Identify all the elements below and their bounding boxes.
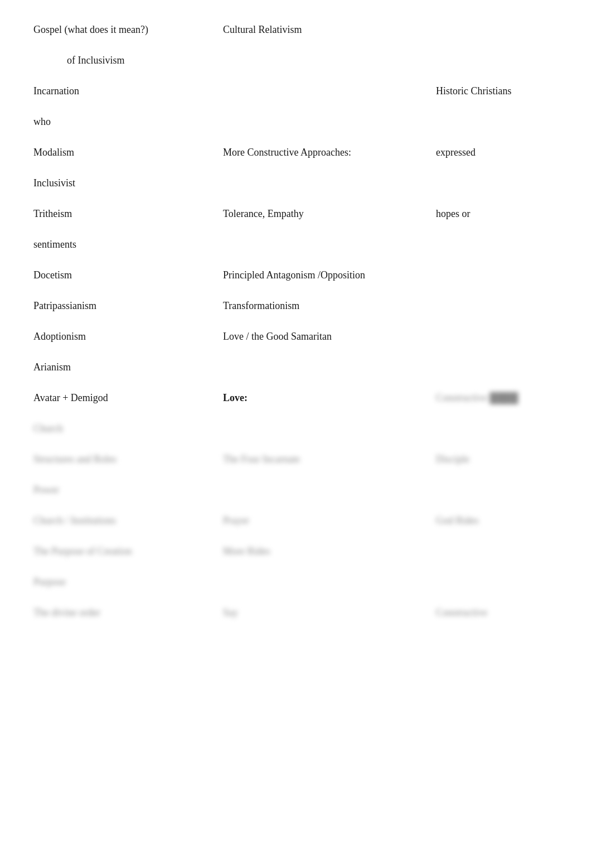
col-blurred-15-mid: The Four Incarnate (223, 452, 436, 467)
col-blurred-18-mid: More Rides (223, 544, 436, 559)
col-hopes-right: hopes or (436, 206, 559, 221)
col-docetism-left: Docetism (33, 268, 223, 283)
row-blurred-16: Power (33, 483, 559, 498)
text-hopes-or: hopes or (436, 208, 470, 219)
text-gospel: Gospel (what does it mean?) (33, 24, 148, 35)
row-who: who (33, 114, 559, 129)
text-adoptionism: Adoptionism (33, 331, 86, 342)
row-modalism: Modalism More Constructive Approaches: e… (33, 145, 559, 160)
text-tolerance-empathy: Tolerance, Empathy (223, 208, 304, 219)
col-who-left: who (33, 114, 223, 129)
col-patripassianism-left: Patripassianism (33, 298, 223, 314)
text-blurred-structures: Structures and Roles (33, 454, 117, 465)
col-blurred-15-right: Disciple (436, 452, 559, 467)
col-historic-christians: Historic Christians (436, 84, 559, 99)
text-blurred-purpose: Purpose (33, 576, 66, 587)
row-patripassianism: Patripassianism Transformationism (33, 298, 559, 314)
text-transformationism: Transformationism (223, 300, 299, 311)
content-area: Gospel (what does it mean?) Cultural Rel… (33, 22, 559, 620)
text-incarnation: Incarnation (33, 85, 79, 97)
col-gospel-left: Gospel (what does it mean?) (33, 22, 223, 37)
text-cultural-relativism: Cultural Relativism (223, 24, 302, 35)
row-adoptionism: Adoptionism Love / the Good Samaritan (33, 329, 559, 344)
col-tolerance-mid: Tolerance, Empathy (223, 206, 436, 221)
col-arianism-left: Arianism (33, 360, 223, 375)
text-love: Love: (223, 392, 248, 403)
col-blurred-20-left: The divine order (33, 605, 223, 620)
text-patripassianism: Patripassianism (33, 300, 96, 311)
text-blurred-four-incarnate: The Four Incarnate (223, 454, 300, 465)
col-blurred-17-left: Church / Institutions (33, 513, 223, 528)
text-who: who (33, 116, 51, 127)
col-avatar-left: Avatar + Demigod (33, 390, 223, 406)
col-adoptionism-left: Adoptionism (33, 329, 223, 344)
row-gospel: Gospel (what does it mean?) Cultural Rel… (33, 22, 559, 37)
col-expressed-right: expressed (436, 145, 559, 160)
text-avatar-demigod: Avatar + Demigod (33, 392, 108, 403)
text-more-constructive: More Constructive Approaches: (223, 147, 351, 158)
row-incarnation: Incarnation Historic Christians (33, 84, 559, 99)
row-inclusivism: of Inclusivism (33, 53, 559, 68)
col-tritheism-left: Tritheism (33, 206, 223, 221)
text-of-inclusivism: of Inclusivism (67, 55, 125, 66)
col-incarnation-left: Incarnation (33, 84, 223, 99)
row-blurred-17: Church / Institutions Prayer God Rides (33, 513, 559, 528)
col-good-samaritan-mid: Love / the Good Samaritan (223, 329, 436, 344)
col-blurred-17-mid: Prayer (223, 513, 436, 528)
col-sentiments-left: sentiments (33, 237, 223, 252)
text-expressed: expressed (436, 147, 475, 158)
row-docetism: Docetism Principled Antagonism /Oppositi… (33, 268, 559, 283)
text-blurred-god-rides: God Rides (436, 515, 479, 526)
col-inclusivism-left: of Inclusivism (33, 53, 223, 68)
col-inclusivist-left: Inclusivist (33, 176, 223, 191)
text-blurred-church: Church (33, 423, 63, 434)
col-modalism-left: Modalism (33, 145, 223, 160)
row-blurred-15: Structures and Roles The Four Incarnate … (33, 452, 559, 467)
text-inclusivist: Inclusivist (33, 177, 75, 189)
col-cultural-mid: Cultural Relativism (223, 22, 436, 37)
col-blurred-17-right: God Rides (436, 513, 559, 528)
row-blurred-20: The divine order Say Constructive (33, 605, 559, 620)
col-love-mid: Love: (223, 390, 436, 406)
col-blurred-15-left: Structures and Roles (33, 452, 223, 467)
text-docetism: Docetism (33, 269, 72, 281)
text-blurred-disciple: Disciple (436, 454, 469, 465)
row-blurred-18: The Purpose of Creation More Rides (33, 544, 559, 559)
row-inclusivist: Inclusivist (33, 176, 559, 191)
col-blurred-14-left: Church (33, 421, 223, 436)
row-tritheism: Tritheism Tolerance, Empathy hopes or (33, 206, 559, 221)
text-blurred-constructive: Constructive ████ (436, 392, 518, 403)
row-blurred-19: Purpose (33, 575, 559, 590)
text-good-samaritan: Love / the Good Samaritan (223, 331, 332, 342)
col-blurred-20-mid: Say (223, 605, 436, 620)
col-blurred-20-right: Constructive (436, 605, 559, 620)
text-arianism: Arianism (33, 361, 71, 373)
text-principled-antagonism: Principled Antagonism /Opposition (223, 269, 365, 281)
text-blurred-more-rides: More Rides (223, 546, 270, 557)
col-transformationism-mid: Transformationism (223, 298, 436, 314)
text-blurred-church-institutions: Church / Institutions (33, 515, 116, 526)
text-blurred-purpose-creation: The Purpose of Creation (33, 546, 132, 557)
text-blurred-divine-order: The divine order (33, 607, 100, 618)
col-blurred-18-left: The Purpose of Creation (33, 544, 223, 559)
col-principled-mid: Principled Antagonism /Opposition (223, 268, 436, 283)
text-blurred-prayer: Prayer (223, 515, 249, 526)
col-blurred-16-left: Power (33, 483, 223, 498)
col-avatar-right: Constructive ████ (436, 390, 559, 406)
text-blurred-power: Power (33, 484, 59, 495)
text-historic-christians: Historic Christians (436, 85, 512, 97)
col-constructive-mid: More Constructive Approaches: (223, 145, 436, 160)
text-blurred-say: Say (223, 607, 238, 618)
row-sentiments: sentiments (33, 237, 559, 252)
text-modalism: Modalism (33, 147, 74, 158)
text-blurred-constructive-2: Constructive (436, 607, 487, 618)
col-blurred-19-left: Purpose (33, 575, 223, 590)
row-avatar: Avatar + Demigod Love: Constructive ████ (33, 390, 559, 406)
text-sentiments: sentiments (33, 239, 76, 250)
row-blurred-14: Church (33, 421, 559, 436)
row-arianism: Arianism (33, 360, 559, 375)
text-tritheism: Tritheism (33, 208, 72, 219)
